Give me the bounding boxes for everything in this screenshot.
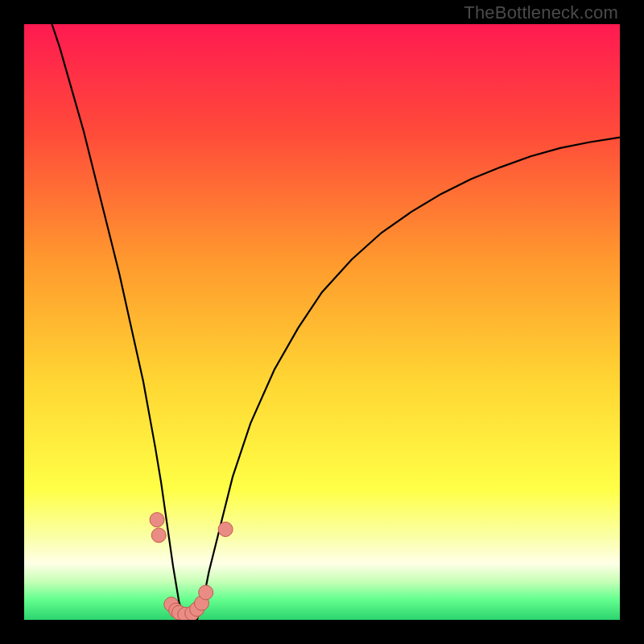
marker-dot bbox=[150, 513, 164, 527]
outer-frame: TheBottleneck.com bbox=[0, 0, 644, 644]
marker-dot bbox=[151, 528, 166, 543]
marker-dot bbox=[218, 522, 233, 537]
watermark-text: TheBottleneck.com bbox=[464, 2, 618, 23]
marker-dot bbox=[199, 585, 213, 600]
bottleneck-curve bbox=[48, 24, 620, 620]
curve-layer bbox=[24, 24, 620, 620]
curve-markers bbox=[150, 513, 233, 620]
plot-area bbox=[24, 24, 620, 620]
